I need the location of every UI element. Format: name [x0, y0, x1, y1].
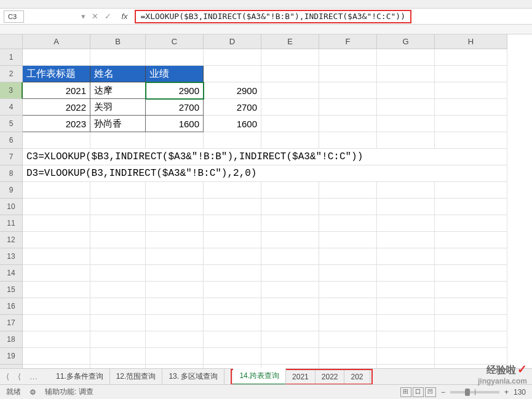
cell[interactable] — [90, 298, 146, 315]
tab-first-icon[interactable]: ⟨ — [4, 371, 12, 382]
cell[interactable] — [261, 199, 319, 215]
cell[interactable] — [377, 132, 435, 149]
cell[interactable] — [261, 215, 319, 232]
cell[interactable] — [261, 331, 319, 348]
cell[interactable] — [261, 315, 319, 331]
row-header[interactable]: 11 — [0, 215, 23, 232]
cell[interactable] — [377, 182, 435, 199]
select-all-corner[interactable] — [0, 34, 23, 49]
cell[interactable] — [319, 298, 377, 315]
cell[interactable] — [435, 199, 507, 215]
row-header[interactable]: 19 — [0, 348, 23, 365]
tab-dots-icon[interactable]: … — [27, 371, 40, 382]
row-header[interactable]: 6 — [0, 132, 23, 149]
cell[interactable] — [204, 331, 261, 348]
cell[interactable] — [261, 49, 319, 66]
cell[interactable] — [435, 82, 507, 99]
cell[interactable] — [319, 49, 377, 66]
cell[interactable] — [146, 315, 204, 331]
confirm-icon[interactable]: ✓ — [103, 12, 113, 21]
cell[interactable] — [90, 315, 146, 331]
cell[interactable]: 2021 — [23, 82, 90, 99]
cell[interactable] — [435, 298, 507, 315]
row-header[interactable]: 14 — [0, 265, 23, 282]
cell[interactable]: 1600 — [204, 116, 261, 132]
cell[interactable] — [435, 282, 507, 298]
row-header[interactable]: 13 — [0, 248, 23, 265]
cell[interactable] — [90, 331, 146, 348]
cell[interactable] — [90, 282, 146, 298]
cancel-icon[interactable]: ✕ — [90, 12, 100, 21]
cell[interactable] — [146, 199, 204, 215]
sheet-tab-active[interactable]: 14.跨表查询 — [233, 368, 286, 385]
active-cell[interactable]: 2900 — [146, 82, 204, 99]
cell[interactable]: 达摩 — [90, 82, 146, 99]
cell[interactable] — [435, 132, 507, 149]
cell[interactable] — [377, 248, 435, 265]
col-header-D[interactable]: D — [204, 34, 261, 49]
cell[interactable]: 2700 — [204, 99, 261, 116]
table-header[interactable]: 工作表标题 — [23, 66, 90, 82]
cell[interactable] — [204, 66, 261, 82]
cell[interactable] — [146, 49, 204, 66]
formula-text[interactable]: D3=VLOOKUP(B3,INDIRECT($A3&"!B:C"),2,0) — [23, 165, 507, 182]
cell[interactable] — [319, 232, 377, 248]
cell[interactable] — [23, 199, 90, 215]
cell[interactable]: 2022 — [23, 99, 90, 116]
cell[interactable] — [146, 282, 204, 298]
cell[interactable] — [90, 132, 146, 149]
row-header[interactable]: 7 — [0, 149, 23, 165]
cell[interactable] — [146, 298, 204, 315]
formula-text[interactable]: C3=XLOOKUP($B3,INDIRECT($A3&"!B:B"),INDI… — [23, 149, 507, 165]
cell[interactable]: 关羽 — [90, 99, 146, 116]
cell[interactable] — [90, 232, 146, 248]
cell[interactable] — [261, 282, 319, 298]
col-header-E[interactable]: E — [261, 34, 319, 49]
col-header-A[interactable]: A — [23, 34, 90, 49]
formula-input[interactable]: =XLOOKUP($B3,INDIRECT($A3&"!B:B"),INDIRE… — [135, 10, 411, 23]
name-box[interactable]: C3 — [4, 10, 24, 23]
cell[interactable] — [319, 215, 377, 232]
cell[interactable] — [435, 49, 507, 66]
view-layout-icon[interactable]: 囗 — [413, 387, 424, 397]
cell[interactable] — [204, 298, 261, 315]
col-header-G[interactable]: G — [377, 34, 435, 49]
cell[interactable] — [435, 116, 507, 132]
sheet-tab[interactable]: 2022 — [316, 370, 345, 384]
cell[interactable] — [435, 182, 507, 199]
row-header[interactable]: 15 — [0, 282, 23, 298]
row-header[interactable]: 9 — [0, 182, 23, 199]
row-header[interactable]: 10 — [0, 199, 23, 215]
cell[interactable] — [204, 199, 261, 215]
cell[interactable] — [261, 82, 319, 99]
cell[interactable] — [435, 315, 507, 331]
cell[interactable] — [204, 49, 261, 66]
cell[interactable] — [261, 116, 319, 132]
cell[interactable] — [90, 265, 146, 282]
cell[interactable] — [435, 215, 507, 232]
cell[interactable] — [146, 331, 204, 348]
cell[interactable] — [261, 182, 319, 199]
view-normal-icon[interactable]: 田 — [400, 387, 411, 397]
col-header-H[interactable]: H — [435, 34, 507, 49]
cell[interactable] — [377, 49, 435, 66]
cell[interactable]: 2900 — [204, 82, 261, 99]
cell[interactable] — [146, 215, 204, 232]
cell[interactable] — [204, 348, 261, 365]
cell[interactable] — [261, 132, 319, 149]
cell[interactable]: 孙尚香 — [90, 116, 146, 132]
cell[interactable] — [146, 132, 204, 149]
cell[interactable] — [319, 265, 377, 282]
cell[interactable] — [377, 232, 435, 248]
sheet-tab[interactable]: 11.多条件查询 — [50, 369, 110, 384]
cell[interactable] — [435, 66, 507, 82]
cell[interactable] — [319, 116, 377, 132]
cell[interactable] — [377, 99, 435, 116]
cell[interactable] — [435, 99, 507, 116]
cell[interactable] — [204, 248, 261, 265]
zoom-in-icon[interactable]: + — [504, 388, 509, 397]
cell[interactable] — [146, 232, 204, 248]
col-header-C[interactable]: C — [146, 34, 204, 49]
cell[interactable] — [23, 182, 90, 199]
cell[interactable] — [90, 348, 146, 365]
